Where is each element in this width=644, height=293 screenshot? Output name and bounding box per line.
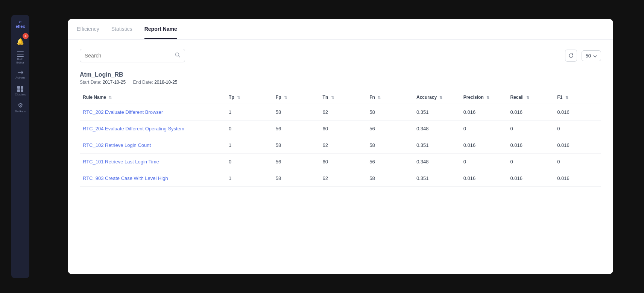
col-fn[interactable]: Fn ⇅	[366, 91, 413, 104]
tab-statistics[interactable]: Statistics	[111, 20, 132, 39]
start-date-value: 2017-10-25	[103, 80, 126, 85]
cell-accuracy: 0.351	[413, 137, 460, 154]
start-date-label: Start Date:	[80, 80, 101, 85]
cell-fp: 58	[273, 104, 320, 121]
cell-fn: 56	[366, 154, 413, 170]
cell-tn: 62	[320, 170, 367, 187]
search-input[interactable]	[85, 53, 172, 59]
sidebar-item-settings[interactable]: ⚙ Settings	[14, 101, 27, 114]
sidebar-item-settings-label: Settings	[15, 110, 26, 113]
cell-f1: 0.016	[554, 170, 601, 187]
cell-tp: 1	[226, 170, 273, 187]
tab-report-name[interactable]: Report Name	[144, 20, 177, 39]
cell-tn: 60	[320, 154, 367, 170]
sidebar-item-clusters-label: Clusters	[15, 93, 26, 96]
cell-fp: 56	[273, 121, 320, 137]
sort-icon-rule: ⇅	[109, 95, 112, 100]
cell-precision: 0	[460, 154, 507, 170]
notification-badge: 4	[23, 33, 29, 39]
report-section: Atm_Login_RB Start Date: 2017-10-25 End …	[80, 71, 601, 85]
col-rule-name[interactable]: Rule Name ⇅	[80, 91, 226, 104]
cell-tp: 1	[226, 137, 273, 154]
cell-f1: 0	[554, 154, 601, 170]
grid-icon	[17, 86, 23, 92]
cell-f1: 0.016	[554, 137, 601, 154]
col-tp[interactable]: Tp ⇅	[226, 91, 273, 104]
cell-recall: 0.016	[507, 170, 554, 187]
page-size-value: 50	[586, 53, 591, 59]
search-box[interactable]	[80, 49, 185, 62]
col-precision[interactable]: Precision ⇅	[460, 91, 507, 104]
toolbar: 50	[80, 49, 601, 62]
cell-recall: 0	[507, 121, 554, 137]
svg-rect-4	[21, 86, 23, 89]
sidebar-item-clusters[interactable]: Clusters	[14, 84, 27, 98]
sidebar-item-rule-editor-label: RuleEditor	[17, 57, 24, 64]
cell-precision: 0.016	[460, 137, 507, 154]
rule-name-link[interactable]: RTC_204 Evaluate Different Operating Sys…	[83, 126, 184, 131]
svg-rect-3	[17, 86, 20, 89]
sort-icon-fp: ⇅	[284, 95, 287, 100]
cell-tp: 0	[226, 154, 273, 170]
rule-name-link[interactable]: RTC_101 Retrieve Last Login Time	[83, 159, 159, 165]
col-f1[interactable]: F1 ⇅	[554, 91, 601, 104]
search-icon	[175, 52, 180, 59]
sidebar-item-actions[interactable]: Actions	[14, 68, 27, 81]
col-fp[interactable]: Fp ⇅	[273, 91, 320, 104]
cell-accuracy: 0.351	[413, 104, 460, 121]
rule-name-link[interactable]: RTC_903 Create Case With Level High	[83, 175, 168, 181]
cell-recall: 0.016	[507, 137, 554, 154]
cell-fp: 56	[273, 154, 320, 170]
cell-tp: 0	[226, 121, 273, 137]
content-area: 50 Atm_Login_RB Start Date: 2017-10-25	[68, 40, 613, 196]
tab-efficiency[interactable]: Efficiency	[77, 20, 99, 39]
cell-tp: 1	[226, 104, 273, 121]
col-tn[interactable]: Tn ⇅	[320, 91, 367, 104]
report-dates: Start Date: 2017-10-25 End Date: 2018-10…	[80, 80, 601, 85]
list-icon	[17, 51, 24, 57]
sort-icon-accuracy: ⇅	[439, 95, 442, 100]
sidebar-item-notifications[interactable]: 🔔 4	[14, 35, 27, 48]
cell-accuracy: 0.351	[413, 170, 460, 187]
main-content: Efficiency Statistics Report Name	[68, 19, 613, 274]
rule-name-cell: RTC_101 Retrieve Last Login Time	[80, 154, 226, 170]
cell-accuracy: 0.348	[413, 154, 460, 170]
cell-precision: 0.016	[460, 170, 507, 187]
sidebar-item-actions-label: Actions	[15, 76, 25, 79]
tabs-bar: Efficiency Statistics Report Name	[68, 19, 613, 40]
cell-accuracy: 0.348	[413, 121, 460, 137]
rule-name-link[interactable]: RTC_202 Evaluate Different Browser	[83, 109, 163, 115]
sidebar-logo: e eflex	[15, 20, 25, 29]
table-row: RTC_903 Create Case With Level High15862…	[80, 170, 601, 187]
end-date-value: 2018-10-25	[154, 80, 177, 85]
bell-icon: 🔔	[17, 38, 24, 45]
cell-tn: 62	[320, 104, 367, 121]
cell-recall: 0.016	[507, 104, 554, 121]
sidebar: e eflex 🔔 4 RuleEditor Actio	[11, 15, 29, 278]
col-recall[interactable]: Recall ⇅	[507, 91, 554, 104]
rule-name-cell: RTC_903 Create Case With Level High	[80, 170, 226, 187]
svg-rect-1	[17, 54, 24, 54]
cell-tn: 60	[320, 121, 367, 137]
sort-icon-tn: ⇅	[331, 95, 334, 100]
col-accuracy[interactable]: Accuracy ⇅	[413, 91, 460, 104]
cell-f1: 0.016	[554, 104, 601, 121]
sidebar-item-rule-editor[interactable]: RuleEditor	[14, 51, 27, 65]
end-date-label: End Date:	[133, 80, 153, 85]
results-table: Rule Name ⇅ Tp ⇅ Fp ⇅ Tn	[80, 91, 601, 187]
table-row: RTC_202 Evaluate Different Browser158625…	[80, 104, 601, 121]
rule-name-link[interactable]: RTC_102 Retrieve Login Count	[83, 142, 151, 148]
cell-fn: 58	[366, 170, 413, 187]
refresh-button[interactable]	[565, 50, 577, 62]
toolbar-right: 50	[565, 50, 601, 62]
cell-fn: 58	[366, 104, 413, 121]
page-size-select[interactable]: 50	[582, 50, 601, 61]
cell-fp: 58	[273, 170, 320, 187]
sort-icon-tp: ⇅	[237, 95, 240, 100]
cell-fn: 58	[366, 137, 413, 154]
cell-precision: 0.016	[460, 104, 507, 121]
cell-fn: 56	[366, 121, 413, 137]
table-row: RTC_204 Evaluate Different Operating Sys…	[80, 121, 601, 137]
sort-icon-precision: ⇅	[486, 95, 489, 100]
svg-rect-6	[21, 89, 23, 92]
